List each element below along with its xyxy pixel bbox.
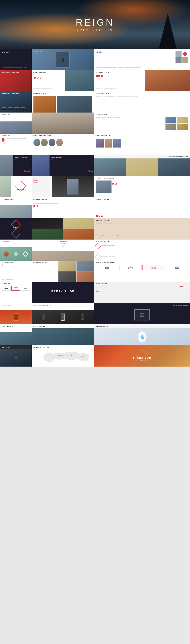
- slide-row-13: PHONE SLIDE SMARTPHONE SLIDE COMPUTER SL…: [0, 303, 190, 324]
- slide-break: BREAK SLIDE: [32, 282, 94, 303]
- portfolio-label-3: PORTFOLIO SLIDE: [2, 198, 14, 200]
- price-p3: 460$: [22, 288, 29, 290]
- slide-portfolio-3: PORTFOLIO SLIDE: [0, 197, 32, 218]
- circle-1: [34, 77, 36, 79]
- info-label-red: INFORMATION ABOUT US: [2, 72, 19, 73]
- slide-row-3: INFORMATION ABOUT US 150 365 780: [0, 91, 190, 112]
- stat-3: 780: [14, 108, 19, 111]
- slide-computer-1: COMPUTER SLIDE 💻: [94, 303, 190, 324]
- inspiration-body: Lorem ipsum dolor sit amet consectetur a…: [96, 117, 120, 120]
- slide-process: PROJECT PROCESS: [0, 240, 32, 261]
- slide-meet-team: MEET OUR TEAM Lorem ipsum dolor sit amet…: [94, 134, 190, 155]
- intro-circles: [34, 77, 42, 79]
- price-4: 300$: [167, 267, 187, 269]
- slide-row-1: REIGN Lorem ipsum dolor sit amet consect…: [0, 49, 190, 70]
- slide-smartphone: SMARTPHONE SLIDE: [32, 303, 94, 324]
- slide-about-2: ABoUT Us Lorem ipsum dolor sit amet cons…: [0, 134, 32, 155]
- slide-computer-2: COMPUTER SLIDE: [0, 324, 32, 346]
- slide-about-1: ABoUT Us: [0, 112, 32, 134]
- price-3: 250$: [143, 267, 164, 269]
- circle-3: [40, 77, 42, 79]
- portfolio-label-2b: FOLIO: [34, 180, 38, 181]
- stat-1: 150: [2, 108, 6, 111]
- project-label-5: 01: [2, 262, 3, 264]
- slide-phone-1: PHONE SLIDE Lorem ipsum dolor sit amet c…: [94, 282, 190, 303]
- slide-project-6: PROJECT SLIDE: [32, 261, 94, 282]
- slide-row-9: PROJECT SLIDE PROJECT SLIDE Lorem ipsum …: [0, 218, 190, 240]
- price-2: 140$: [120, 267, 141, 269]
- project-folio-label: PROJECT: [60, 241, 66, 242]
- slide-project-folio: PROJECT FOLIO SLIDE: [32, 240, 94, 261]
- reign-label: REIGN: [2, 52, 9, 53]
- price-label-2: PRICE SLIDE: [2, 283, 10, 284]
- info-label-dark: INFORMATION ABOUT US: [2, 93, 19, 94]
- intro-label-2: INTRODUCTION: [96, 72, 109, 73]
- slide-row-14: COMPUTER SLIDE DEVICE SLIDE DEVICE SLIDE…: [0, 324, 190, 346]
- slide-info-red: INFORMATION ABOUT US: [0, 70, 32, 91]
- slide-world-map: WORLD MAP SLIDE: [32, 346, 94, 366]
- slide-intro-3: INTRODUCTION: [32, 91, 94, 112]
- device-label-2: DEVICE SLIDE: [96, 326, 108, 327]
- portfolio-label-2: PORT: [34, 178, 38, 179]
- intro-body-1: Lorem ipsum dolor sit amet consectetur a…: [34, 88, 62, 90]
- inspiration-label: INSPIRATION: [96, 114, 107, 115]
- about-label-2: ABoUT Us: [2, 135, 11, 136]
- slide-team: OUR AWESOME TEAM Name One Name Two Name …: [32, 134, 94, 155]
- slide-row-8: PORTFOLIO SLIDE PROJECT SLIDE Lorem ipsu…: [0, 197, 190, 218]
- slide-project-info: PROJECT INFO SLIDE Lorem ipsum dolor sit…: [94, 176, 190, 197]
- stat-4: 430: [21, 108, 25, 111]
- process-label: PROJECT PROCESS: [2, 241, 15, 242]
- project-label-1: PROJECT SLIDE: [34, 198, 47, 200]
- about-us-label-2: ABOUT: [96, 50, 102, 52]
- price-label: PROJECT PRICE SLIDE: [96, 262, 115, 264]
- slide-device-1: DEVICE SLIDE: [32, 324, 94, 346]
- slide-row-5: ABoUT Us Lorem ipsum dolor sit amet cons…: [0, 134, 190, 155]
- head-devs-label: HEAD DEVELOPERS SLIDE: [169, 156, 188, 158]
- slide-about-photo: [32, 112, 94, 134]
- project-label-3: PROJECT SLIDE: [96, 220, 109, 221]
- slide-row-15: MAPS SLIDE 🗺 WORLD MAP SLIDE: [0, 346, 190, 366]
- circle-2: [37, 77, 39, 79]
- slide-price-2: PRICE SLIDE 200$ 130$ Featured 460$: [0, 282, 32, 303]
- project-info-label: PROJECT INFO SLIDE: [96, 178, 114, 179]
- slide-phone-2: PHONE SLIDE: [0, 303, 32, 324]
- slide-intro-4: INTRODUCTION Lorem ipsum dolor sit amet …: [94, 91, 190, 112]
- project-label-4: PROJECT SLIDE: [96, 241, 109, 242]
- slide-project-5: 01 02 03 04 PROJECT SLIDE Thank you for …: [0, 261, 32, 282]
- slide-project-photo: [32, 218, 94, 240]
- maps-label: MAPS SLIDE: [2, 347, 10, 348]
- project-folio-label-b: FOLIO: [61, 243, 65, 244]
- presentation-container: REIGN PRESENTATION REIGN Lorem ipsum dol…: [0, 0, 190, 366]
- slide-about-us-photo: ABoUT Us 📱: [32, 49, 94, 70]
- about-us-sublabel: ABoUT Us: [96, 52, 103, 54]
- slide-row-7: PORTFOLIO SLIDE PORT FOLIO SLIDE PROJECT…: [0, 176, 190, 197]
- slide-portfolio-1: PORTFOLIO SLIDE: [0, 176, 32, 197]
- about-body-text: Lorem ipsum dolor sit amet consectetur a…: [96, 67, 173, 68]
- device-label-1: DEVICE SLIDE: [34, 326, 46, 327]
- price-p1: 200$: [3, 288, 10, 290]
- hero-subtitle: PRESENTATION: [76, 29, 114, 32]
- intro-label-4: INTRODUCTION: [96, 93, 109, 94]
- price-1: 120$: [97, 267, 117, 269]
- slide-row-10: PROJECT PROCESS PROJECT FOLIO SLIDE: [0, 240, 190, 261]
- slide-row-12: PRICE SLIDE 200$ 130$ Featured 460$ BREA…: [0, 282, 190, 303]
- about-label-1: ABoUT Us: [2, 114, 11, 115]
- computer-label-2: COMPUTER SLIDE: [2, 326, 13, 327]
- jack-label: JACK JHONES: [51, 157, 62, 158]
- slide-intro-2: INTRODUCTION Lorem ipsum dolor sit amet …: [94, 70, 190, 91]
- intro-body-4b: Lorem ipsum dolor sit amet consectetur a…: [117, 96, 137, 99]
- slide-row-4: ABoUT Us INSPIRATION Lorem ipsum dolor s…: [0, 112, 190, 134]
- smartphone-label: SMARTPHONE SLIDE: [34, 304, 51, 306]
- hero-content: REIGN PRESENTATION: [76, 17, 114, 32]
- world-map-label: WORLD MAP SLIDE: [34, 347, 50, 348]
- slide-about-us-grid: ABOUT ABoUT Us Lorem ipsum dolor sit ame…: [94, 49, 190, 70]
- slide-maps: MAPS SLIDE 🗺: [0, 346, 32, 366]
- portfolio-label-2c: SLIDE: [34, 182, 38, 183]
- slide-head-devs: HEAD DEVELOPERS SLIDE: [94, 155, 190, 176]
- slide-row-6: RACHEL SMITH Designer Lorem ipsum dolor …: [0, 155, 190, 176]
- slide-intro-1: INTRODUCTION Lorem ipsum dolor sit amet …: [32, 70, 94, 91]
- slide-price: PROJECT PRICE SLIDE Starter 120$ Basic 1…: [94, 261, 190, 282]
- meet-team-label: MEET OUR TEAM: [96, 135, 110, 136]
- project-label-2: PROJECT SLIDE: [96, 198, 109, 200]
- team-label: OUR AWESOME TEAM: [34, 135, 52, 136]
